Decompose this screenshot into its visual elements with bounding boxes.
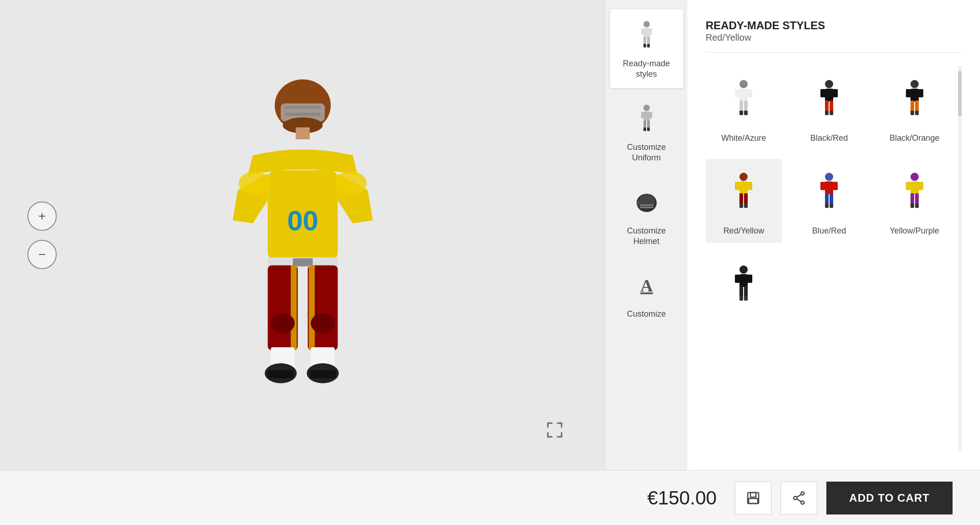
svg-rect-30 (647, 37, 650, 45)
svg-point-18 (311, 313, 335, 333)
svg-rect-34 (643, 111, 650, 121)
nav-item-customize[interactable]: A Customize (610, 260, 683, 328)
style-item-blue-red[interactable]: Blue/Red (791, 159, 868, 243)
style-item-black-yellow[interactable] (706, 252, 782, 326)
svg-rect-69 (915, 111, 919, 115)
svg-point-106 (794, 496, 797, 499)
svg-rect-64 (906, 89, 911, 97)
svg-point-105 (801, 492, 804, 495)
svg-rect-65 (918, 89, 923, 97)
svg-rect-28 (649, 28, 652, 35)
style-label-black-red: Black/Red (810, 133, 848, 143)
svg-rect-100 (739, 296, 743, 301)
styles-panel: READY-MADE STYLES Red/Yellow (687, 0, 980, 470)
svg-rect-39 (643, 127, 646, 131)
svg-rect-53 (744, 111, 748, 115)
svg-point-78 (825, 173, 833, 181)
bottom-bar: €150.00 ADD TO CART (0, 470, 980, 525)
player-3d-view: 00 (198, 75, 408, 395)
svg-rect-6 (295, 127, 310, 139)
svg-point-94 (739, 265, 748, 274)
svg-rect-35 (641, 112, 644, 118)
fullscreen-button[interactable] (546, 421, 564, 443)
svg-rect-88 (906, 182, 911, 190)
svg-rect-82 (825, 193, 829, 204)
svg-rect-60 (825, 111, 829, 115)
svg-rect-27 (641, 28, 644, 35)
style-figure-blue-red (806, 166, 852, 221)
svg-point-62 (910, 80, 919, 88)
svg-rect-12 (293, 258, 313, 266)
svg-rect-81 (833, 182, 838, 190)
svg-rect-79 (825, 181, 833, 194)
nav-icon-customize-uniform (632, 101, 661, 138)
svg-rect-51 (744, 101, 748, 111)
price-display: €150.00 (647, 487, 717, 509)
scrollbar-track[interactable] (958, 66, 962, 452)
svg-rect-93 (915, 203, 919, 208)
svg-rect-49 (747, 89, 752, 97)
svg-point-42 (638, 194, 655, 209)
svg-rect-58 (825, 101, 829, 111)
nav-icon-customize: A (632, 268, 661, 304)
svg-text:A: A (640, 276, 653, 295)
svg-rect-74 (739, 193, 743, 204)
svg-rect-103 (750, 493, 756, 497)
zoom-out-button[interactable]: − (27, 240, 57, 269)
viewer-area: + − (0, 0, 605, 470)
svg-rect-101 (744, 296, 748, 301)
share-button[interactable] (781, 482, 817, 514)
svg-rect-89 (918, 182, 923, 190)
style-figure-white-azure (721, 73, 766, 128)
svg-rect-80 (820, 182, 825, 190)
sidebar-nav: Ready-made styles Customize Uniform (605, 0, 687, 470)
nav-icon-customize-helmet (632, 185, 661, 221)
zoom-in-icon: + (38, 209, 46, 223)
style-figure-black-yellow (721, 259, 766, 313)
save-button[interactable] (735, 482, 771, 514)
style-item-black-orange[interactable]: Black/Orange (876, 66, 953, 150)
panel-subtitle: Red/Yellow (706, 32, 962, 43)
style-item-red-yellow[interactable]: Red/Yellow (706, 159, 782, 243)
svg-rect-31 (643, 44, 646, 48)
nav-label-ready-made: Ready-made styles (615, 58, 679, 80)
svg-rect-92 (910, 203, 914, 208)
svg-rect-77 (744, 203, 748, 208)
svg-rect-52 (739, 111, 743, 115)
svg-rect-96 (735, 275, 740, 283)
style-figure-black-red (806, 73, 852, 128)
zoom-in-button[interactable]: + (27, 202, 57, 231)
style-label-yellow-purple: Yellow/Purple (889, 226, 939, 236)
nav-item-customize-uniform[interactable]: Customize Uniform (610, 93, 683, 172)
style-label-red-yellow: Red/Yellow (723, 226, 764, 236)
nav-item-ready-made[interactable]: Ready-made styles (610, 9, 683, 88)
svg-rect-84 (825, 203, 829, 208)
style-item-white-azure[interactable]: White/Azure (706, 66, 782, 150)
svg-rect-67 (915, 101, 919, 111)
svg-rect-36 (649, 112, 652, 118)
nav-label-customize: Customize (627, 309, 666, 319)
style-item-black-red[interactable]: Black/Red (791, 66, 868, 150)
svg-point-70 (739, 173, 748, 181)
add-to-cart-button[interactable]: ADD TO CART (826, 482, 953, 514)
scrollbar-thumb[interactable] (958, 71, 962, 117)
nav-label-customize-helmet: Customize Helmet (615, 226, 679, 247)
svg-rect-55 (825, 89, 833, 101)
svg-rect-68 (910, 111, 914, 115)
svg-rect-23 (268, 370, 294, 378)
styles-grid: White/Azure (706, 66, 962, 326)
svg-rect-40 (647, 127, 650, 131)
svg-point-25 (643, 21, 650, 27)
style-item-yellow-purple[interactable]: Yellow/Purple (876, 159, 953, 243)
svg-text:00: 00 (287, 205, 318, 236)
svg-rect-26 (643, 28, 650, 37)
style-figure-black-orange (892, 73, 937, 128)
style-label-white-azure: White/Azure (721, 133, 766, 143)
svg-point-107 (801, 501, 804, 504)
nav-item-customize-helmet[interactable]: Customize Helmet (610, 176, 683, 255)
svg-point-54 (825, 80, 833, 88)
share-icon (792, 491, 806, 505)
svg-rect-85 (830, 203, 833, 208)
panel-divider (706, 52, 962, 53)
svg-rect-29 (643, 37, 646, 45)
